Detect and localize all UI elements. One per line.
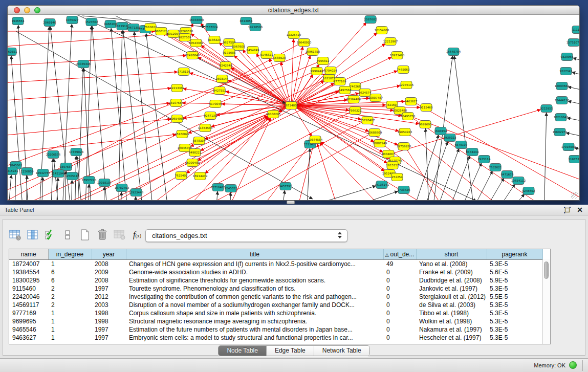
network-node[interactable]	[398, 186, 409, 194]
table-cell[interactable]: 5.5E-5	[487, 293, 542, 301]
table-cell[interactable]: 18300295	[9, 276, 48, 285]
table-cell[interactable]: Dudbridge et al. (2008)	[416, 276, 487, 285]
network-node[interactable]	[554, 128, 565, 136]
table-cell[interactable]: 5.6E-5	[487, 268, 542, 276]
network-node[interactable]	[478, 156, 490, 163]
network-node[interactable]	[307, 48, 318, 56]
network-edge[interactable]	[215, 191, 217, 200]
minimize-window-icon[interactable]	[24, 7, 30, 13]
network-edge[interactable]	[8, 62, 318, 200]
network-node[interactable]	[369, 129, 380, 137]
network-edge[interactable]	[544, 113, 547, 200]
column-header-in-degree[interactable]: in_degree	[48, 249, 92, 259]
column-header-pagerank[interactable]: pagerank	[487, 249, 542, 259]
tab-node-table[interactable]: Node Table	[219, 346, 267, 356]
network-node[interactable]	[21, 168, 33, 176]
table-cell[interactable]: 9463627	[9, 334, 48, 342]
network-node[interactable]	[179, 34, 190, 41]
network-node[interactable]	[298, 39, 310, 47]
table-cell[interactable]: 0	[383, 268, 416, 276]
table-cell[interactable]: 0	[383, 293, 416, 301]
network-node[interactable]	[444, 134, 455, 142]
network-node[interactable]	[205, 112, 216, 120]
network-edge[interactable]	[8, 55, 186, 67]
network-edge[interactable]	[222, 104, 286, 105]
network-node[interactable]	[556, 82, 568, 90]
network-node[interactable]	[187, 159, 198, 167]
network-node[interactable]	[176, 172, 187, 180]
table-cell[interactable]: 9115460	[9, 285, 48, 293]
network-node[interactable]	[250, 24, 261, 31]
table-cell[interactable]: 2012	[92, 293, 126, 301]
network-edge[interactable]	[201, 45, 287, 103]
network-node[interactable]	[216, 75, 228, 83]
network-edge[interactable]	[8, 119, 171, 139]
network-edge[interactable]	[189, 73, 286, 104]
network-node[interactable]	[420, 121, 431, 128]
network-node[interactable]	[71, 148, 82, 156]
tab-network-table[interactable]: Network Table	[314, 346, 369, 356]
network-node[interactable]	[560, 68, 572, 75]
table-row[interactable]: 946362711997Embryonic stem cells: a mode…	[9, 334, 542, 342]
network-node[interactable]	[189, 149, 201, 157]
column-header-name[interactable]: name	[9, 249, 48, 259]
table-cell[interactable]: 1998	[92, 309, 126, 317]
table-cell[interactable]: Structural magnetic resonance image aver…	[126, 317, 383, 325]
network-node[interactable]	[268, 111, 279, 118]
network-edge[interactable]	[11, 56, 24, 200]
network-edge[interactable]	[89, 184, 89, 200]
network-node[interactable]	[168, 30, 179, 38]
table-cell[interactable]: 9777169	[9, 309, 48, 317]
table-cell[interactable]: 1	[48, 309, 92, 317]
network-edge[interactable]	[407, 149, 451, 200]
network-node[interactable]	[490, 164, 501, 171]
table-cell[interactable]: 0	[383, 301, 416, 309]
network-node[interactable]	[569, 156, 579, 163]
table-cell[interactable]: 1997	[92, 334, 126, 342]
canvas-resize-grip[interactable]	[571, 192, 578, 199]
network-node[interactable]	[572, 26, 579, 34]
network-node[interactable]	[280, 183, 291, 190]
network-edge[interactable]	[8, 34, 167, 49]
network-edge[interactable]	[54, 159, 59, 200]
network-edge[interactable]	[568, 87, 579, 93]
select-all-columns-icon[interactable]	[43, 228, 57, 242]
network-node[interactable]	[179, 144, 190, 152]
network-edge[interactable]	[479, 178, 504, 200]
network-node[interactable]	[401, 81, 412, 89]
network-node[interactable]	[156, 28, 167, 35]
network-node[interactable]	[214, 87, 225, 95]
network-node[interactable]	[212, 184, 224, 191]
table-row[interactable]: 969969511998Structural magnetic resonanc…	[9, 317, 542, 325]
network-node[interactable]	[435, 127, 446, 135]
network-node[interactable]	[12, 17, 24, 25]
column-header-year[interactable]: year	[92, 249, 126, 259]
network-node[interactable]	[225, 185, 236, 192]
network-node[interactable]	[376, 181, 387, 189]
scrollbar-thumb[interactable]	[544, 261, 549, 279]
network-node[interactable]	[99, 179, 110, 187]
network-node[interactable]	[398, 66, 409, 74]
network-node[interactable]	[339, 86, 351, 94]
network-edge[interactable]	[410, 135, 439, 200]
table-cell[interactable]: 5.3E-5	[487, 325, 542, 334]
column-header-title[interactable]: title	[126, 249, 383, 259]
table-cell[interactable]: Estimation of the future numbers of pati…	[126, 325, 383, 334]
network-node[interactable]	[78, 60, 89, 68]
table-row[interactable]: 977716911998Corpus callosum shape and si…	[9, 309, 542, 317]
split-pane-handle[interactable]	[287, 201, 295, 204]
table-row[interactable]: 1872400712008Changes of HCN gene express…	[9, 259, 542, 268]
network-node[interactable]	[398, 143, 409, 150]
network-edge[interactable]	[180, 122, 362, 200]
table-cell[interactable]: Yano et al. (2008)	[416, 259, 487, 268]
table-cell[interactable]: 5.3E-5	[487, 301, 542, 309]
table-cell[interactable]: Corpus callosum shape and size in male p…	[126, 309, 383, 317]
network-edge[interactable]	[51, 159, 53, 200]
table-select-dropdown[interactable]: citations_edges.txt	[145, 229, 347, 242]
network-node[interactable]	[83, 177, 95, 184]
network-node[interactable]	[391, 173, 403, 181]
table-cell[interactable]: 2008	[92, 276, 126, 285]
table-cell[interactable]: Stergiakouli et al. (2012)	[416, 293, 487, 301]
network-node[interactable]	[317, 57, 329, 65]
network-node[interactable]	[405, 98, 417, 105]
